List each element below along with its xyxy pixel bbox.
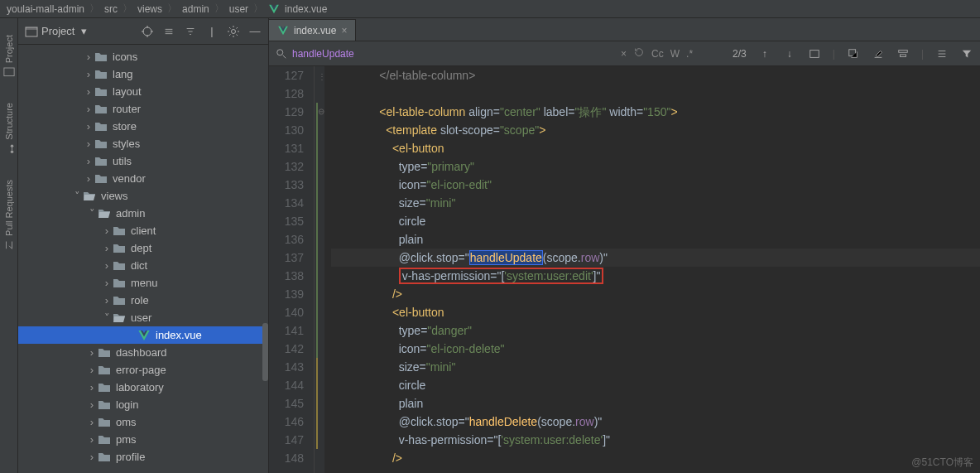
tree-item-views[interactable]: ˅views <box>18 187 268 205</box>
folder-icon <box>98 346 111 360</box>
tree-item-profile[interactable]: ›profile <box>18 448 268 466</box>
toolbar-structure[interactable]: Structure <box>3 103 15 155</box>
regex-button[interactable]: .* <box>686 48 693 60</box>
breadcrumb: youlai-mall-admin〉 src〉 views〉 admin〉 us… <box>0 0 980 18</box>
find-bar: handleUpdate × Cc W .* 2/3 ↑ ↓ | | <box>269 41 980 66</box>
toolbar-pull-requests[interactable]: Pull Requests <box>3 180 15 251</box>
tree-item-lang[interactable]: ›lang <box>18 65 268 83</box>
toolbar-project[interactable]: Project <box>3 35 15 78</box>
folder-icon <box>94 51 108 64</box>
filter-icon[interactable] <box>960 47 973 60</box>
tree-item-dept[interactable]: ›dept <box>18 239 268 257</box>
tree-item-oms[interactable]: ›oms <box>18 413 268 431</box>
collapse-all-icon[interactable] <box>184 25 197 38</box>
folder-icon <box>94 172 108 186</box>
search-input[interactable]: handleUpdate <box>292 48 354 60</box>
tree-item-dict[interactable]: ›dict <box>18 257 268 274</box>
svg-rect-11 <box>900 54 906 56</box>
svg-point-1 <box>10 151 13 154</box>
tree-item-router[interactable]: ›router <box>18 100 268 118</box>
tab-index-vue[interactable]: index.vue × <box>269 19 356 41</box>
svg-point-2 <box>10 145 13 148</box>
crumb-0[interactable]: youlai-mall-admin <box>7 3 84 15</box>
line-gutter: 1271281291301311321331341351361371381391… <box>269 66 315 473</box>
prev-match-icon[interactable]: ↑ <box>758 47 771 60</box>
tree-item-user[interactable]: ˅user <box>18 309 268 326</box>
search-history-icon[interactable] <box>633 46 645 60</box>
vue-icon <box>137 329 151 342</box>
crumb-3[interactable]: admin <box>182 3 209 15</box>
tree-item-pms[interactable]: ›pms <box>18 431 268 448</box>
crumb-2[interactable]: views <box>137 3 162 15</box>
new-window-icon[interactable] <box>847 47 860 60</box>
tree-item-dashboard[interactable]: ›dashboard <box>18 344 268 361</box>
project-dropdown[interactable]: Project▾ <box>25 25 87 38</box>
crumb-5[interactable]: index.vue <box>285 3 327 15</box>
project-sidebar: Project▾ | — ›icons›lang›layout›router›s… <box>18 18 269 473</box>
watermark: @51CTO博客 <box>911 456 973 470</box>
change-stripe: ⋮ ⊖ <box>315 66 324 473</box>
tree-item-admin[interactable]: ˅admin <box>18 205 268 222</box>
highlighted-permission: v-has-permission="['system:user:edit']" <box>399 268 604 284</box>
next-match-icon[interactable]: ↓ <box>783 47 796 60</box>
folder-icon <box>113 242 126 255</box>
tree-item-index-vue[interactable]: index.vue <box>18 326 268 344</box>
close-tab-icon[interactable]: × <box>341 25 347 36</box>
svg-rect-4 <box>26 27 37 30</box>
list-icon[interactable] <box>935 47 949 60</box>
folder-icon <box>98 398 111 412</box>
editor-tabs: index.vue × <box>269 18 980 41</box>
tree-item-client[interactable]: ›client <box>18 222 268 239</box>
code-body[interactable]: </el-table-column> <el-table-column alig… <box>324 66 980 473</box>
svg-point-6 <box>232 29 236 33</box>
expand-all-icon[interactable] <box>162 25 175 38</box>
tree-item-styles[interactable]: ›styles <box>18 135 268 152</box>
folder-icon <box>94 155 108 168</box>
tree-item-store[interactable]: ›store <box>18 118 268 135</box>
words-button[interactable]: W <box>670 48 680 60</box>
hide-icon[interactable]: — <box>248 25 262 38</box>
scrollbar-thumb[interactable] <box>262 323 268 381</box>
editor-pane: index.vue × handleUpdate × Cc W .* 2/3 ↑… <box>269 18 980 473</box>
folder-open-icon <box>113 311 126 325</box>
select-all-icon[interactable] <box>808 47 821 60</box>
tree-item-layout[interactable]: ›layout <box>18 83 268 100</box>
folder-icon <box>98 364 111 377</box>
locate-icon[interactable] <box>141 25 154 38</box>
svg-point-5 <box>143 27 151 36</box>
settings-icon[interactable] <box>227 25 240 38</box>
project-tree[interactable]: ›icons›lang›layout›router›store›styles›u… <box>18 45 268 473</box>
folder-open-icon <box>83 190 96 203</box>
tree-item-role[interactable]: ›role <box>18 292 268 309</box>
crumb-1[interactable]: src <box>104 3 118 15</box>
tree-item-login[interactable]: ›login <box>18 396 268 413</box>
tree-item-utils[interactable]: ›utils <box>18 152 268 170</box>
divider: | <box>205 25 219 38</box>
folder-icon <box>113 224 126 238</box>
folder-icon <box>94 68 108 81</box>
folder-icon <box>98 433 111 446</box>
tree-item-laboratory[interactable]: ›laboratory <box>18 379 268 396</box>
tree-item-vendor[interactable]: ›vendor <box>18 170 268 187</box>
match-case-button[interactable]: Cc <box>651 48 664 60</box>
folder-open-icon <box>98 207 111 220</box>
code-editor[interactable]: 1271281291301311321331341351361371381391… <box>269 66 980 473</box>
clear-search-icon[interactable]: × <box>621 48 627 60</box>
svg-rect-10 <box>899 50 908 52</box>
filter-options-icon[interactable] <box>896 47 910 60</box>
tree-item-menu[interactable]: ›menu <box>18 274 268 292</box>
vue-icon <box>268 3 280 15</box>
folder-icon <box>94 85 108 99</box>
folder-icon <box>94 138 108 151</box>
match-counter: 2/3 <box>733 48 747 60</box>
svg-rect-8 <box>810 50 819 57</box>
folder-icon <box>98 381 111 394</box>
tool-window-bar: Project Structure Pull Requests <box>0 18 18 473</box>
tree-item-icons[interactable]: ›icons <box>18 48 268 65</box>
svg-point-7 <box>277 49 283 55</box>
crumb-4[interactable]: user <box>229 3 248 15</box>
folder-icon <box>113 294 126 307</box>
folder-icon <box>113 277 126 290</box>
highlight-icon[interactable] <box>872 47 885 60</box>
tree-item-error-page[interactable]: ›error-page <box>18 361 268 379</box>
